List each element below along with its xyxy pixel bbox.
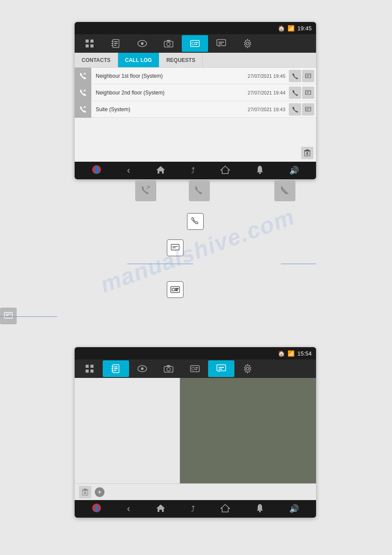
- underline-2: [127, 264, 193, 264]
- svg-point-12: [141, 42, 144, 45]
- svg-rect-66: [83, 490, 88, 495]
- screen2: 🏠 📶 15:54: [75, 347, 316, 518]
- svg-rect-69: [82, 490, 88, 490]
- message-btn-1[interactable]: [302, 70, 314, 82]
- screen2-footer: +: [75, 483, 316, 500]
- svg-rect-57: [167, 365, 170, 366]
- tab-contacts[interactable]: CONTACTS: [75, 53, 118, 67]
- call-icon-3: [75, 101, 91, 118]
- svg-rect-49: [114, 370, 116, 371]
- nav-eye[interactable]: [129, 35, 155, 52]
- svg-rect-60: [195, 367, 198, 368]
- home-status-icon2: 🏠: [278, 350, 285, 357]
- nav-grid[interactable]: [76, 35, 103, 52]
- transfer-icon2[interactable]: ⤴: [191, 504, 195, 514]
- underline-3: [281, 264, 316, 264]
- nav2-eye[interactable]: [129, 360, 155, 377]
- svg-rect-7: [114, 45, 116, 46]
- tab-call-log[interactable]: CALL LOG: [118, 53, 159, 67]
- nav2-grid[interactable]: [76, 360, 103, 377]
- svg-rect-25: [306, 91, 311, 94]
- call-actions-1: [289, 70, 314, 82]
- svg-rect-24: [306, 74, 311, 78]
- back-icon2[interactable]: ‹: [127, 503, 130, 515]
- svg-text:👤: 👤: [94, 505, 100, 511]
- nav-contact-card[interactable]: [182, 35, 208, 52]
- svg-rect-36: [171, 244, 179, 250]
- svg-rect-8: [111, 41, 113, 42]
- house2-icon2[interactable]: [220, 504, 230, 515]
- tab-requests[interactable]: REQUESTS: [159, 53, 203, 67]
- svg-rect-21: [219, 42, 224, 43]
- call-name-2: Neighbour 2nd floor (System): [91, 90, 248, 96]
- message-btn-3[interactable]: [302, 103, 314, 116]
- phone-small-icon-box[interactable]: [187, 213, 204, 230]
- call-back-btn-3[interactable]: [289, 103, 301, 116]
- message-btn-2[interactable]: [302, 87, 314, 99]
- svg-rect-39: [176, 288, 178, 289]
- nav2-camera[interactable]: [155, 360, 182, 377]
- call-actions-2: [289, 87, 314, 99]
- nav2-contact-card[interactable]: [182, 360, 208, 377]
- nav-settings[interactable]: [234, 35, 261, 52]
- nav2-settings[interactable]: [234, 360, 261, 377]
- home-status-icon: 🏠: [278, 25, 285, 32]
- screen2-video-panel: [180, 378, 316, 483]
- screen2-navbar: [75, 359, 316, 378]
- svg-rect-28: [306, 152, 307, 155]
- screen2-add-btn[interactable]: +: [95, 487, 104, 497]
- call-icon-2: [75, 84, 91, 101]
- svg-rect-30: [304, 150, 310, 151]
- screen2-topbar: 🏠 📶 15:54: [75, 347, 316, 359]
- underline-1: [0, 316, 57, 317]
- missed-call-icon-box[interactable]: [274, 180, 295, 201]
- svg-point-23: [246, 42, 249, 45]
- call-time-1: 27/07/2021 19:45: [248, 73, 285, 79]
- svg-rect-45: [90, 370, 94, 373]
- call-row-2: Neighbour 2nd floor (System) 27/07/2021 …: [75, 84, 316, 101]
- svg-rect-43: [90, 365, 94, 368]
- call-back-btn-1[interactable]: [289, 70, 301, 82]
- call-back-btn-2[interactable]: [289, 87, 301, 99]
- svg-rect-22: [219, 44, 222, 44]
- nav-camera[interactable]: [155, 35, 182, 52]
- call-name-1: Neighbour 1st floor (System): [91, 73, 248, 79]
- svg-point-65: [246, 367, 249, 370]
- svg-rect-27: [305, 151, 310, 156]
- svg-rect-10: [111, 45, 113, 46]
- nav-chat[interactable]: [208, 35, 234, 52]
- message-icon-box[interactable]: [167, 239, 183, 256]
- svg-rect-9: [111, 43, 113, 44]
- svg-rect-29: [308, 152, 309, 155]
- svg-rect-5: [114, 41, 118, 42]
- clock: 19:45: [297, 25, 312, 32]
- delete-btn[interactable]: [301, 147, 313, 159]
- nav2-phonebook[interactable]: [103, 360, 129, 377]
- svg-rect-50: [111, 366, 113, 367]
- svg-point-56: [167, 368, 170, 371]
- clock2: 15:54: [297, 350, 312, 357]
- volume-icon2[interactable]: 🔊: [289, 504, 299, 514]
- screen2-delete-btn[interactable]: [79, 486, 91, 498]
- incoming-call-icon-box[interactable]: [135, 180, 156, 201]
- call-name-3: Suite (System): [91, 106, 248, 112]
- empty-area: [75, 118, 316, 162]
- home-icon2[interactable]: [156, 504, 165, 515]
- screen2-content: [75, 378, 316, 483]
- bell-icon2[interactable]: [256, 504, 264, 515]
- svg-point-54: [141, 367, 144, 370]
- active-call-icon-box[interactable]: [189, 180, 210, 201]
- svg-rect-31: [306, 149, 309, 150]
- svg-rect-26: [306, 107, 311, 111]
- nav-phonebook[interactable]: [103, 35, 129, 52]
- screen1-navbar: [75, 34, 316, 53]
- contact-card-icon-box[interactable]: [167, 281, 183, 298]
- svg-rect-61: [195, 369, 197, 370]
- svg-rect-2: [86, 44, 89, 47]
- call-time-2: 27/07/2021 19:44: [248, 90, 285, 95]
- call-row-3: Suite (System) 27/07/2021 19:43: [75, 101, 316, 118]
- svg-rect-42: [86, 365, 89, 368]
- chat-small-icon-box[interactable]: [0, 308, 17, 324]
- screen2-status-icons: 🏠 📶: [278, 350, 295, 357]
- nav2-chat[interactable]: [208, 360, 234, 377]
